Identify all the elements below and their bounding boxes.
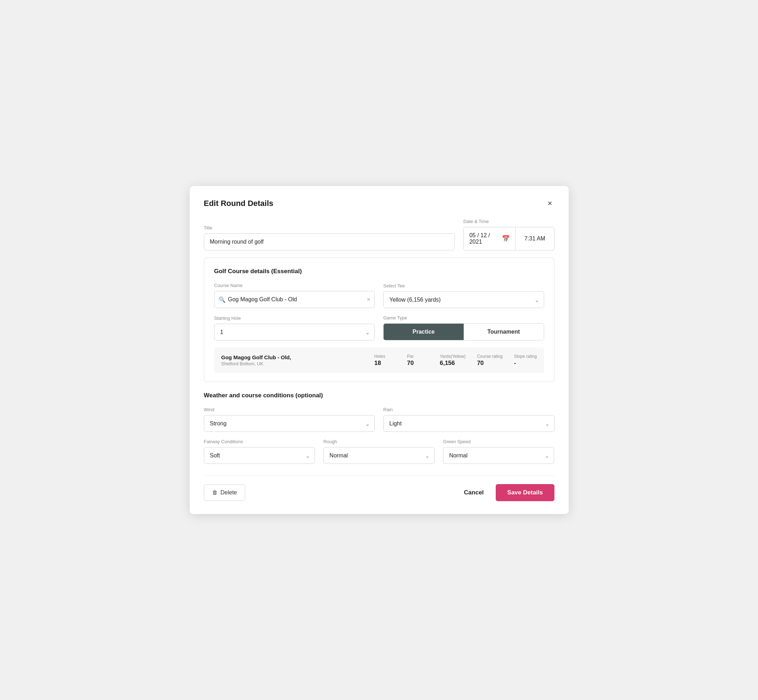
wind-wrapper: NoneLightModerateStrongVery Strong ⌄ [204,415,375,432]
course-name-group: Course Name 🔍 × [214,283,375,308]
calendar-icon: 📅 [502,235,510,242]
game-type-group: Game Type Practice Tournament [383,315,544,341]
weather-section-title: Weather and course conditions (optional) [204,392,554,399]
delete-button[interactable]: 🗑 Delete [204,484,245,501]
date-field[interactable]: 05 / 12 / 2021 📅 [464,227,516,250]
wind-dropdown[interactable]: NoneLightModerateStrongVery Strong [204,415,375,432]
wind-label: Wind [204,407,375,412]
course-search-wrapper: 🔍 × [214,291,375,308]
practice-button[interactable]: Practice [384,324,464,340]
delete-label: Delete [221,489,237,496]
course-name-label: Course Name [214,283,375,288]
date-time-label: Date & Time [464,219,554,224]
green-speed-dropdown[interactable]: SlowNormalFastVery Fast [443,447,554,464]
course-info-box: Gog Magog Golf Club - Old, Shelford Bott… [214,347,544,373]
title-group: Title [204,225,455,250]
yards-label: Yards(Yellow) [440,354,466,359]
select-tee-group: Select Tee Yellow (6,156 yards) White Re… [383,283,544,308]
holes-label: Holes [374,354,385,359]
title-input[interactable] [204,233,455,250]
par-label: Par [407,354,414,359]
fairway-label: Fairway Conditions [204,439,315,444]
par-value: 70 [407,359,414,367]
select-tee-label: Select Tee [383,283,544,289]
holes-stat: Holes 18 [374,354,396,367]
wind-group: Wind NoneLightModerateStrongVery Strong … [204,407,375,432]
trash-icon: 🗑 [212,489,218,496]
footer-row: 🗑 Delete Cancel Save Details [204,475,554,501]
course-tee-row: Course Name 🔍 × Select Tee Yellow (6,156… [214,283,544,308]
rain-wrapper: NoneLightModerateHeavy ⌄ [383,415,554,432]
select-tee-dropdown[interactable]: Yellow (6,156 yards) White Red Blue [383,291,544,308]
time-value: 7:31 AM [524,236,545,242]
date-value: 05 / 12 / 2021 [469,232,498,245]
wind-rain-row: Wind NoneLightModerateStrongVery Strong … [204,407,554,432]
course-rating-stat: Course rating 70 [477,354,503,367]
rain-label: Rain [383,407,554,412]
footer-right: Cancel Save Details [460,484,554,501]
game-type-toggle: Practice Tournament [383,323,544,341]
rough-label: Rough [324,439,434,444]
rain-dropdown[interactable]: NoneLightModerateHeavy [383,415,554,432]
fairway-group: Fairway Conditions HardNormalSoftWet ⌄ [204,439,315,464]
fairway-dropdown[interactable]: HardNormalSoftWet [204,447,315,464]
close-button[interactable]: × [545,199,554,208]
slope-rating-stat: Slope rating - [514,354,537,367]
rough-group: Rough ShortNormalLongVery Long ⌄ [324,439,434,464]
starting-hole-dropdown[interactable]: 1234 5678 910 [214,324,375,341]
save-button[interactable]: Save Details [496,484,554,501]
fairway-rough-green-row: Fairway Conditions HardNormalSoftWet ⌄ R… [204,439,554,464]
game-type-label: Game Type [383,315,544,320]
date-time-fields: 05 / 12 / 2021 📅 7:31 AM [464,227,554,250]
golf-course-title: Golf Course details (Essential) [214,268,544,275]
tournament-button[interactable]: Tournament [464,324,544,340]
weather-section: Weather and course conditions (optional)… [204,392,554,464]
green-speed-wrapper: SlowNormalFastVery Fast ⌄ [443,447,554,464]
golf-course-section: Golf Course details (Essential) Course N… [204,258,554,382]
course-info-name: Gog Magog Golf Club - Old, Shelford Bott… [221,354,363,366]
yards-value: 6,156 [440,359,455,367]
yards-stat: Yards(Yellow) 6,156 [440,354,466,367]
time-field[interactable]: 7:31 AM [516,227,554,250]
modal-header: Edit Round Details × [204,199,554,208]
course-name-display: Gog Magog Golf Club - Old, [221,354,363,360]
edit-round-modal: Edit Round Details × Title Date & Time 0… [190,186,568,514]
select-tee-wrapper: Yellow (6,156 yards) White Red Blue ⌄ [383,291,544,308]
green-speed-group: Green Speed SlowNormalFastVery Fast ⌄ [443,439,554,464]
slope-rating-value: - [514,359,516,367]
green-speed-label: Green Speed [443,439,554,444]
rough-wrapper: ShortNormalLongVery Long ⌄ [324,447,434,464]
title-label: Title [204,225,455,230]
rain-group: Rain NoneLightModerateHeavy ⌄ [383,407,554,432]
course-name-input[interactable] [214,291,375,308]
modal-title: Edit Round Details [204,199,274,208]
holes-value: 18 [374,359,381,367]
fairway-wrapper: HardNormalSoftWet ⌄ [204,447,315,464]
date-time-group: Date & Time 05 / 12 / 2021 📅 7:31 AM [464,219,554,250]
title-date-row: Title Date & Time 05 / 12 / 2021 📅 7:31 … [204,219,554,250]
starting-hole-wrapper: 1234 5678 910 ⌄ [214,324,375,341]
hole-gametype-row: Starting Hole 1234 5678 910 ⌄ Game Type … [214,315,544,341]
starting-hole-group: Starting Hole 1234 5678 910 ⌄ [214,316,375,341]
rough-dropdown[interactable]: ShortNormalLongVery Long [324,447,434,464]
par-stat: Par 70 [407,354,429,367]
course-rating-label: Course rating [477,354,503,359]
course-location: Shelford Bottom, UK [221,361,363,366]
course-rating-value: 70 [477,359,484,367]
cancel-button[interactable]: Cancel [460,484,487,501]
starting-hole-label: Starting Hole [214,316,375,321]
clear-icon[interactable]: × [366,296,370,303]
slope-rating-label: Slope rating [514,354,537,359]
